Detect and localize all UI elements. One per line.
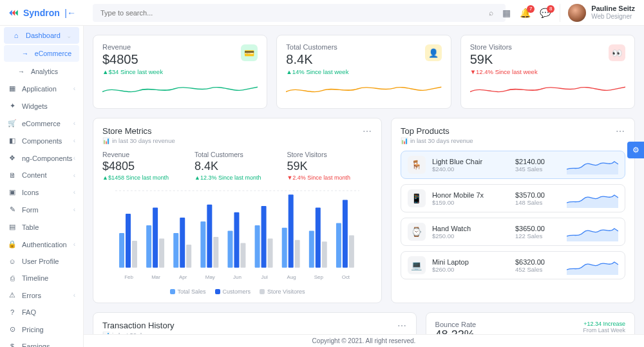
sidebar-item-authentication[interactable]: 🔒Authentication‹ xyxy=(0,236,83,253)
chevron-icon: ‹ xyxy=(73,137,75,144)
transaction-title: Transaction History xyxy=(102,321,175,330)
nav-icon: 🛒 xyxy=(8,119,17,127)
bounce-title: Bounce Rate xyxy=(435,321,477,328)
transaction-menu-icon[interactable]: ⋯ xyxy=(397,321,407,331)
svg-rect-19 xyxy=(240,243,245,268)
sidebar-item-user-profile[interactable]: ☺User Profile xyxy=(0,253,83,270)
sidebar-subitem-analytics[interactable]: →Analytics xyxy=(0,63,83,80)
top-products-menu-icon[interactable]: ⋯ xyxy=(616,126,625,136)
sidebar-item-faq[interactable]: ?FAQ xyxy=(0,304,83,321)
store-metrics-chart: FebMarAprMayJunJulAugSepOct xyxy=(102,187,372,284)
sidebar-item-widgets[interactable]: ✦Widgets xyxy=(0,97,83,115)
product-row[interactable]: 🪑 Light Blue Chair $240.00 $2140.00 345 … xyxy=(401,151,625,179)
svg-rect-22 xyxy=(261,206,267,268)
product-sparkline xyxy=(567,256,618,275)
sidebar-item-timeline[interactable]: ⎙Timeline xyxy=(0,270,83,286)
kpi-value: 8.4K xyxy=(286,52,441,67)
svg-text:Mar: Mar xyxy=(151,274,160,280)
settings-gear-icon[interactable]: ⚙ xyxy=(627,142,644,158)
sidebar-item-label: FAQ xyxy=(22,308,36,316)
search-icon[interactable]: ⌕ xyxy=(489,8,493,17)
chat-badge: 8 xyxy=(547,5,554,13)
messages-icon[interactable]: 💬8 xyxy=(540,8,551,18)
sidebar-item-ecommerce[interactable]: 🛒eCommerce‹ xyxy=(0,115,83,132)
sidebar-item-label: Errors xyxy=(22,292,41,299)
product-thumb: 🪑 xyxy=(408,156,426,174)
product-name: Hand Watch xyxy=(432,225,471,232)
kpi-title: Store Visitors xyxy=(470,43,625,51)
chevron-icon: ‹ xyxy=(73,241,75,248)
product-sales: 452 Sales xyxy=(515,266,560,273)
kpi-icon: 💳 xyxy=(241,44,258,61)
svg-text:Aug: Aug xyxy=(287,274,296,280)
chevron-icon: ⌄ xyxy=(66,32,71,39)
kpi-delta: ▲$34 Since last week xyxy=(102,68,258,75)
svg-rect-21 xyxy=(255,225,260,268)
sidebar-item-label: Timeline xyxy=(22,274,48,282)
kpi-card-store-visitors: Store Visitors 59K ▼12.4% Since last wee… xyxy=(460,35,635,109)
chevron-icon: ‹ xyxy=(73,189,75,196)
svg-rect-26 xyxy=(289,194,294,268)
kpi-title: Total Customers xyxy=(286,43,441,51)
metric-value: 59K xyxy=(287,160,350,173)
product-price: $260.00 xyxy=(432,266,469,273)
sidebar-collapse-button[interactable]: |← xyxy=(64,8,76,18)
metric-total-customers: Total Customers 8.4K ▲12.3% Since last m… xyxy=(194,151,261,181)
svg-rect-7 xyxy=(159,238,164,267)
kpi-value: $4805 xyxy=(102,52,258,67)
product-row[interactable]: 📱 Honor Mobile 7x $159.00 $3570.00 148 S… xyxy=(401,184,625,212)
svg-rect-2 xyxy=(126,214,131,268)
apps-icon[interactable]: ▦ xyxy=(502,8,511,18)
svg-rect-13 xyxy=(200,221,205,268)
sparkline xyxy=(470,79,625,98)
nav-icon: ✦ xyxy=(8,102,17,110)
metric-value: 8.4K xyxy=(194,160,261,173)
brand-logo-icon xyxy=(8,7,19,19)
product-row[interactable]: 💻 Mini Laptop $260.00 $6320.00 452 Sales xyxy=(401,251,625,279)
sidebar-item-application[interactable]: ▦Application‹ xyxy=(0,80,83,97)
product-row[interactable]: ⌚ Hand Watch $250.00 $3650.00 122 Sales xyxy=(401,218,625,246)
sidebar-item-label: eCommerce xyxy=(22,120,61,127)
sidebar-item-form[interactable]: ✎Form‹ xyxy=(0,201,83,218)
sidebar-item-label: Form xyxy=(22,206,39,214)
sidebar-subitem-ecommerce[interactable]: →eCommerce xyxy=(4,45,79,62)
nav-icon: ⊙ xyxy=(8,325,17,333)
sidebar-item-label: Application xyxy=(22,85,57,93)
sidebar-item-label: Dashboard xyxy=(26,32,61,39)
svg-rect-17 xyxy=(227,230,232,267)
kpi-icon: 👀 xyxy=(609,44,625,61)
nav-icon: ▤ xyxy=(8,223,17,231)
product-thumb: 📱 xyxy=(408,189,426,207)
user-menu[interactable]: Pauline Seitz Web Designer xyxy=(560,4,635,22)
sidebar-item-errors[interactable]: ⚠Errors‹ xyxy=(0,286,83,304)
sparkline xyxy=(102,79,258,98)
metric-delta: ▲$1458 Since last month xyxy=(102,174,169,181)
footer-text: Copyright © 2021. All right reserved. xyxy=(84,334,644,347)
sparkline xyxy=(286,79,441,98)
store-metrics-menu-icon[interactable]: ⋯ xyxy=(363,126,372,136)
sidebar-item-ng-components[interactable]: ❖ng-Components‹ xyxy=(0,149,83,167)
sidebar-item-earnings[interactable]: $Earnings xyxy=(0,338,83,347)
svg-text:Jul: Jul xyxy=(261,274,267,280)
sidebar-item-pricing[interactable]: ⊙Pricing xyxy=(0,321,83,338)
metric-title: Store Visitors xyxy=(287,151,350,158)
notifications-bell-icon[interactable]: 🔔7 xyxy=(520,8,531,18)
nav-icon: ✎ xyxy=(8,205,17,214)
chevron-icon: ‹ xyxy=(73,292,75,299)
svg-rect-6 xyxy=(153,208,158,268)
product-sparkline xyxy=(567,189,618,208)
search-input[interactable] xyxy=(93,4,506,22)
svg-rect-27 xyxy=(295,240,300,268)
nav-icon: ? xyxy=(8,308,17,316)
sidebar-item-components[interactable]: ◧Components‹ xyxy=(0,132,83,149)
arrow-icon: → xyxy=(17,68,26,75)
sidebar-item-content[interactable]: 🗎Content‹ xyxy=(0,167,83,183)
svg-text:Apr: Apr xyxy=(179,274,187,280)
sidebar-item-icons[interactable]: ▣Icons‹ xyxy=(0,183,83,201)
svg-rect-3 xyxy=(132,241,137,268)
sidebar-item-dashboard[interactable]: ⌂Dashboard⌄ xyxy=(4,27,79,44)
product-price: $250.00 xyxy=(432,232,471,239)
legend-item: Store Visitores xyxy=(260,288,305,295)
nav-icon: ▦ xyxy=(8,84,17,93)
sidebar-item-table[interactable]: ▤Table xyxy=(0,218,83,236)
